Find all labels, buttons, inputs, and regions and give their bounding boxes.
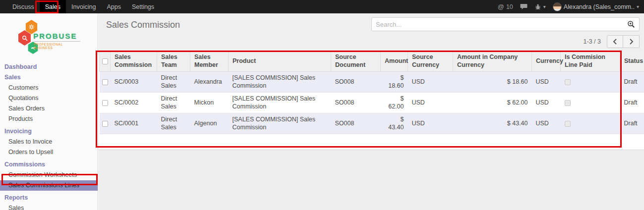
column-header-product[interactable]: Product xyxy=(229,51,331,71)
sidebar-item-reports-sales[interactable]: Sales xyxy=(0,203,98,210)
cell-status: Draft xyxy=(620,113,644,134)
cell-is-paid xyxy=(561,71,620,92)
topbar-menu-invoicing[interactable]: Invoicing xyxy=(66,0,101,13)
search-bar xyxy=(371,17,640,31)
messages-button[interactable] xyxy=(520,3,527,10)
sidebar: PROBUSE PROFESSIONAL BUSINESS Dashboard … xyxy=(0,13,98,210)
sidebar-section-sales[interactable]: Sales xyxy=(0,72,98,83)
cell-amount-company: $ 18.60 xyxy=(453,71,532,92)
is-paid-checkbox xyxy=(565,79,571,85)
cell-source-document: SO008 xyxy=(331,71,381,92)
cell-amount-company: $ 43.40 xyxy=(453,113,532,134)
cell-currency: USD xyxy=(532,113,561,134)
cell-member: Alexandra xyxy=(190,71,229,92)
sidebar-item-orders-to-upsell[interactable]: Orders to Upsell xyxy=(0,147,98,158)
chat-bubble-icon xyxy=(520,3,527,10)
commission-lines-table: Sales Commission Sales Team Sales Member… xyxy=(99,51,644,145)
table-header-row: Sales Commission Sales Team Sales Member… xyxy=(100,51,644,71)
pager: 1-3 / 3 xyxy=(584,35,640,48)
row-checkbox[interactable] xyxy=(102,100,108,106)
sidebar-item-quotations[interactable]: Quotations xyxy=(0,93,98,104)
cell-amount: $ 18.60 xyxy=(381,71,408,92)
cell-status: Draft xyxy=(620,92,644,113)
chevron-down-icon: ▾ xyxy=(637,4,639,9)
sidebar-section-reports[interactable]: Reports xyxy=(0,193,98,203)
cell-source-currency: USD xyxy=(408,92,453,113)
cell-product: [SALES COMMISSION] Sales Commission xyxy=(229,113,331,134)
cell-product: [SALES COMMISSION] Sales Commission xyxy=(229,92,331,113)
cell-team: Direct Sales xyxy=(157,92,190,113)
top-navigation-bar: Discuss Sales Invoicing Apps Settings @ … xyxy=(0,0,644,13)
sidebar-item-sales-to-invoice[interactable]: Sales to Invoice xyxy=(0,137,98,147)
cell-team: Direct Sales xyxy=(157,71,190,92)
table-row-sc0002[interactable]: SC/0002 Direct Sales Mickon [SALES COMMI… xyxy=(100,92,644,113)
topbar-menu-settings[interactable]: Settings xyxy=(126,0,160,13)
sidebar-section-commissions[interactable]: Commissions xyxy=(0,159,98,170)
list-view: Sales Commission Sales Team Sales Member… xyxy=(99,51,644,150)
content-footer-area xyxy=(99,150,644,210)
sidebar-item-commission-worksheets[interactable]: Commission Worksheets xyxy=(0,170,98,180)
column-header-sales-commission[interactable]: Sales Commission xyxy=(111,51,157,71)
mention-count: 10 xyxy=(506,3,513,10)
column-header-amount-company-currency[interactable]: Amount in Company Currency xyxy=(453,51,532,71)
cell-status: Draft xyxy=(620,71,644,92)
table-row-sc0001[interactable]: SC/0001 Direct Sales Algenon [SALES COMM… xyxy=(100,113,644,134)
main-content: Sales Commission 1-3 / 3 xyxy=(99,13,644,210)
cell-member: Algenon xyxy=(190,113,229,134)
sidebar-item-sales-commissions-lines[interactable]: Sales Commissions Lines xyxy=(0,180,98,191)
column-header-currency[interactable]: Currency xyxy=(532,51,561,71)
mention-icon: @ xyxy=(498,3,504,10)
cell-currency: USD xyxy=(532,71,561,92)
pager-range: 1-3 / 3 xyxy=(584,38,601,45)
row-select-cell xyxy=(100,92,111,113)
select-all-checkbox[interactable] xyxy=(102,58,108,64)
row-select-cell xyxy=(100,113,111,134)
column-header-amount[interactable]: Amount xyxy=(381,51,408,71)
table-row-sc0003[interactable]: SC/0003 Direct Sales Alexandra [SALES CO… xyxy=(100,71,644,92)
is-paid-checkbox xyxy=(565,121,571,127)
sidebar-item-sales-orders[interactable]: Sales Orders xyxy=(0,104,98,114)
topbar-menu-sales[interactable]: Sales xyxy=(40,0,66,13)
user-menu[interactable]: Alexandra (Sales_comm.. ▾ xyxy=(553,2,639,11)
row-checkbox[interactable] xyxy=(102,121,108,127)
column-header-status[interactable]: Status xyxy=(620,51,644,71)
topbar-menu-discuss[interactable]: Discuss xyxy=(7,0,40,13)
is-paid-checkbox xyxy=(565,100,571,106)
cell-source-document: SO008 xyxy=(331,92,381,113)
cell-amount: $ 62.00 xyxy=(381,92,408,113)
column-header-sales-team[interactable]: Sales Team xyxy=(157,51,190,71)
row-select-cell xyxy=(100,71,111,92)
sidebar-section-dashboard[interactable]: Dashboard xyxy=(0,62,98,72)
chevron-down-icon: ▾ xyxy=(543,4,546,9)
cell-amount-company: $ 62.00 xyxy=(453,92,532,113)
cell-amount: $ 43.40 xyxy=(381,113,408,134)
logo-wordmark: PROBUSE xyxy=(33,32,77,40)
search-zoom-icon[interactable] xyxy=(623,20,639,28)
pager-previous-button[interactable] xyxy=(607,35,623,48)
column-header-source-document[interactable]: Source Document xyxy=(331,51,381,71)
search-input[interactable] xyxy=(372,21,623,28)
sidebar-item-products[interactable]: Products xyxy=(0,114,98,124)
sidebar-item-customers[interactable]: Customers xyxy=(0,83,98,93)
app-window: Discuss Sales Invoicing Apps Settings @ … xyxy=(0,0,644,210)
cell-name: SC/0003 xyxy=(111,71,157,92)
column-header-source-currency[interactable]: Source Currency xyxy=(408,51,453,71)
logo-tagline: PROFESSIONAL BUSINESS xyxy=(34,41,80,50)
column-header-sales-member[interactable]: Sales Member xyxy=(190,51,229,71)
debug-menu-button[interactable]: ▾ xyxy=(534,3,546,10)
cell-name: SC/0002 xyxy=(111,92,157,113)
cell-member: Mickon xyxy=(190,92,229,113)
bug-icon xyxy=(534,3,541,10)
mentions-counter[interactable]: @ 10 xyxy=(498,3,513,10)
systray: @ 10 ▾ Alexandra xyxy=(498,0,644,13)
topbar-menu-apps[interactable]: Apps xyxy=(101,0,126,13)
sidebar-section-invoicing[interactable]: Invoicing xyxy=(0,126,98,137)
pager-next-button[interactable] xyxy=(623,35,640,48)
cell-is-paid xyxy=(561,113,620,134)
cell-currency: USD xyxy=(532,92,561,113)
row-checkbox[interactable] xyxy=(102,79,108,85)
cell-source-currency: USD xyxy=(408,113,453,134)
column-header-is-commission-line-paid[interactable]: Is Commision Line Paid xyxy=(561,51,620,71)
cell-is-paid xyxy=(561,92,620,113)
select-all-cell xyxy=(100,51,111,71)
